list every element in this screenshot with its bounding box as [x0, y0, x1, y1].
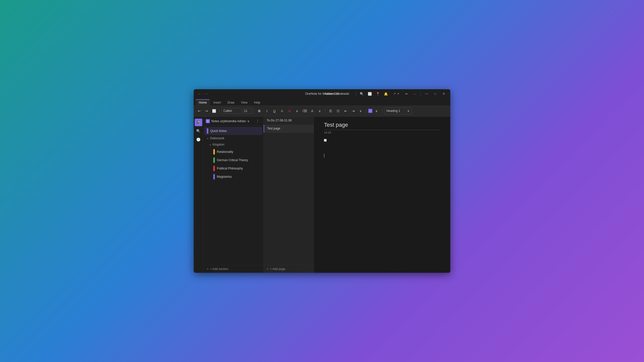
tab-insert[interactable]: Insert	[210, 100, 224, 105]
list-more-button[interactable]: ∨	[357, 108, 364, 114]
tab-draw[interactable]: Draw	[224, 100, 237, 105]
section-item-political-philosophy[interactable]: Political Philosophy	[204, 164, 262, 172]
title-bar-left: ← →	[197, 91, 209, 96]
section-item-magisterka[interactable]: Magisterka	[204, 173, 262, 181]
separator-5	[382, 108, 382, 113]
separator-4	[366, 108, 366, 113]
underline-button[interactable]: U	[271, 108, 278, 114]
ribbon-toolbar: ↩ ↪ ⬜ B I U A A ∨ ⌫ A ∨ ☰ ☷ ⇤ ⇥ ∨ ✓ ∨	[194, 105, 450, 116]
page-item-title: To-Do 27.08-31.08	[267, 119, 311, 122]
page-pin-button[interactable]: ⬜	[367, 90, 373, 97]
group-label: Kingston	[213, 143, 224, 146]
notebook-chevron-icon: ∨	[247, 119, 250, 123]
tab-help[interactable]: Help	[251, 100, 263, 105]
bold-button[interactable]: B	[256, 108, 263, 114]
heading-chevron-icon: ∨	[407, 109, 410, 113]
format-dropdown-button[interactable]: ∨	[294, 108, 300, 114]
font-selector[interactable]	[222, 108, 242, 114]
forward-button[interactable]: →	[204, 91, 209, 96]
edit-button[interactable]: ✏	[403, 90, 410, 97]
share-icon: ↗	[393, 92, 396, 96]
italic-button[interactable]: I	[264, 108, 270, 114]
eraser-button[interactable]: ⌫	[301, 108, 308, 114]
tab-view[interactable]: View	[238, 100, 251, 105]
section-item-quick-notes[interactable]: Quick Notes	[204, 127, 262, 135]
num-list-button[interactable]: ☷	[335, 108, 341, 114]
location-button[interactable]: 📍	[375, 90, 381, 97]
page-item-todo[interactable]: To-Do 27.08-31.08	[264, 117, 314, 125]
section-group-kingston[interactable]: ∨ Kingston	[204, 142, 262, 148]
notebook-options-button[interactable]: ⋮	[254, 118, 261, 124]
page-time: 14:18	[324, 131, 440, 134]
separator-2	[254, 108, 254, 113]
history-icon-button[interactable]: 🕐	[195, 136, 202, 143]
close-button[interactable]: ✕	[440, 90, 447, 97]
heading-style-label: Heading 1	[386, 109, 400, 113]
add-page-label: + Add page	[270, 267, 285, 271]
separator-1	[219, 108, 220, 113]
text-cursor	[324, 154, 324, 158]
redo-button[interactable]: ↪	[203, 108, 210, 114]
chevron-icon: ∨	[207, 137, 209, 140]
section-label: German Critical Theory	[217, 158, 248, 162]
notebook-panel: N Notes użytkownika Adrian ∨ ⋮ Quick Not…	[203, 117, 264, 273]
share-button[interactable]: ↗ ↗	[391, 91, 402, 96]
sidebar-icons: 📓 🔍 🕐	[194, 117, 203, 273]
add-section-button[interactable]: + + Add section	[203, 265, 263, 273]
page-item-test[interactable]: Test page	[264, 125, 314, 133]
section-label: Relationality	[217, 150, 233, 154]
search-top-button[interactable]: 🔍	[358, 90, 365, 97]
section-label: Political Philosophy	[217, 167, 243, 170]
share-label: ↗	[397, 92, 399, 96]
notebook-icon: N	[206, 119, 210, 123]
undo-button[interactable]: ↩	[196, 108, 202, 114]
section-item-relationality[interactable]: Relationality	[204, 148, 262, 156]
notebook-title[interactable]: N Notes użytkownika Adrian ∨	[206, 119, 250, 123]
section-group-doktoracik[interactable]: ∨ Doktoracik	[204, 135, 262, 141]
cursor-area	[324, 138, 440, 143]
notebooks-icon-button[interactable]: 📓	[195, 119, 202, 126]
section-color-dot	[213, 166, 215, 171]
separator-3	[325, 108, 325, 113]
chevron-icon: ∨	[209, 143, 211, 146]
section-color-dot	[213, 157, 215, 163]
checkbox-more-button[interactable]: ∨	[373, 108, 380, 114]
onenote-window: ← → OneNote for Windows 10 Adrian Sobole…	[194, 89, 450, 273]
add-section-label: + Add section	[210, 267, 228, 271]
window-title: OneNote for Windows 10	[305, 92, 339, 96]
search-icon-button[interactable]: 🔍	[195, 127, 202, 135]
section-item-german-critical-theory[interactable]: German Critical Theory	[204, 156, 262, 164]
title-bar-right: Adrian Sobolewski 🔍 ⬜ 📍 🔔 ↗ ↗ ✏ ··· — □ …	[324, 90, 447, 97]
indent-more-button[interactable]: ⇥	[350, 108, 356, 114]
maximize-button[interactable]: □	[432, 90, 439, 97]
group-label: Doktoracik	[210, 137, 224, 140]
bullets-button[interactable]: ☰	[327, 108, 334, 114]
editor-content[interactable]: Test page 14:18	[314, 117, 450, 273]
font-size-input[interactable]	[243, 108, 252, 114]
cursor-block	[324, 139, 327, 142]
plus-icon: +	[267, 267, 268, 271]
checkbox-button[interactable]: ✓	[368, 109, 372, 113]
title-bar: ← → OneNote for Windows 10 Adrian Sobole…	[194, 89, 450, 98]
more-options-button[interactable]: ···	[411, 90, 418, 97]
back-button[interactable]: ←	[197, 91, 202, 96]
text-input-area[interactable]	[324, 149, 440, 158]
ribbon: Home Insert Draw View Help ↩ ↪ ⬜ B I U A…	[194, 98, 450, 117]
tab-home[interactable]: Home	[196, 99, 210, 105]
notebook-header: N Notes użytkownika Adrian ∨ ⋮	[203, 117, 263, 126]
indent-less-button[interactable]: ⇤	[342, 108, 349, 114]
separator	[356, 91, 356, 96]
bell-button[interactable]: 🔔	[383, 90, 389, 97]
section-label: Quick Notes	[210, 129, 227, 133]
minimize-button[interactable]: —	[423, 90, 430, 97]
main-content: 📓 🔍 🕐 N Notes użytkownika Adrian ∨ ⋮ Qui…	[194, 117, 450, 273]
format-more-button[interactable]: ∨	[316, 108, 323, 114]
add-page-button[interactable]: + + Add page	[264, 265, 314, 273]
paste-button[interactable]: ⬜	[211, 108, 217, 114]
section-label: Magisterka	[217, 175, 232, 178]
format-painter-button[interactable]: A	[309, 108, 315, 114]
text-color-button[interactable]: A	[286, 108, 293, 114]
editor-area: Test page 14:18	[314, 117, 450, 273]
heading-style-selector[interactable]: Heading 1 ∨	[384, 107, 412, 114]
highlight-button[interactable]: A	[279, 108, 285, 114]
